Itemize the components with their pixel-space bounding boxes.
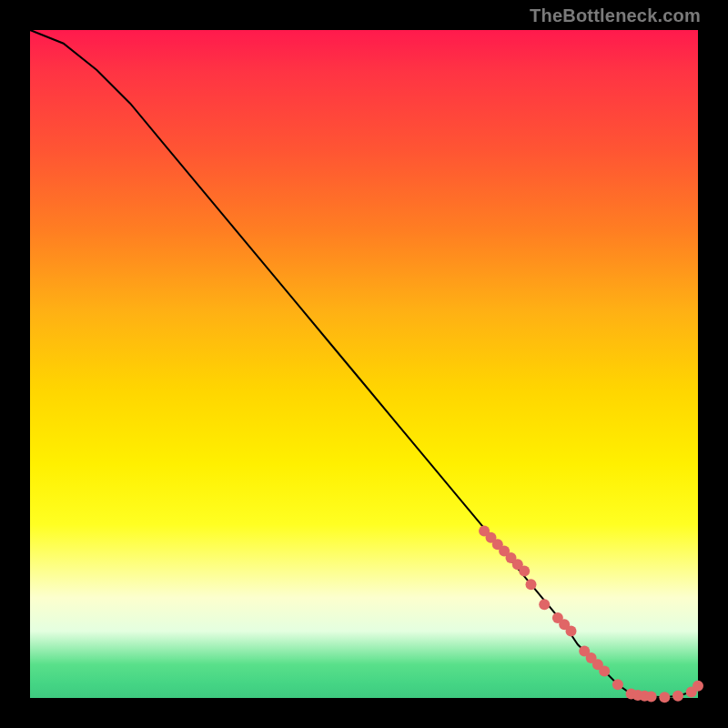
data-point	[612, 679, 623, 690]
data-point	[599, 666, 610, 677]
data-point	[672, 691, 683, 702]
data-point	[566, 626, 577, 637]
data-point	[539, 599, 550, 610]
watermark: TheBottleneck.com	[530, 5, 701, 26]
chart-dots	[479, 526, 703, 703]
chart-container: TheBottleneck.com	[0, 0, 728, 728]
data-point	[659, 692, 670, 703]
data-point	[693, 681, 703, 692]
chart-line	[30, 30, 698, 697]
data-point	[526, 579, 537, 590]
data-point	[646, 692, 657, 703]
chart-svg	[30, 30, 698, 698]
data-point	[519, 566, 530, 577]
